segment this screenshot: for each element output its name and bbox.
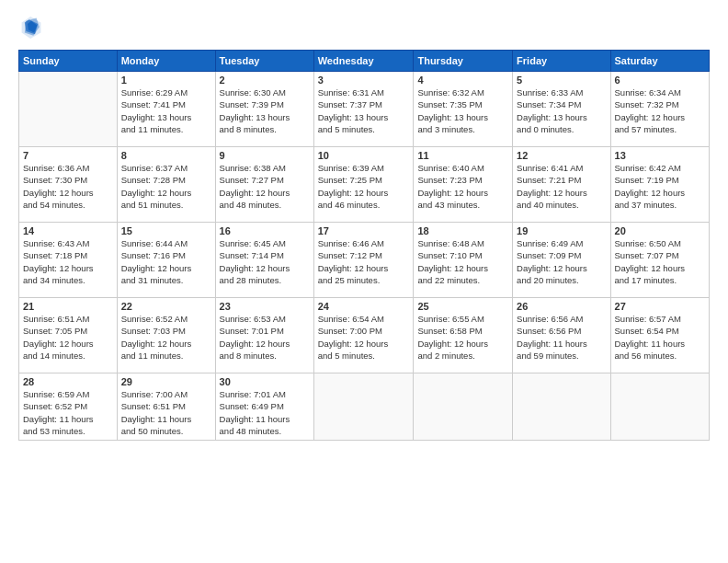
logo-icon: [20, 15, 42, 40]
day-info: Sunrise: 6:48 AM Sunset: 7:10 PM Dayligh…: [417, 237, 508, 286]
calendar-week-4: 21Sunrise: 6:51 AM Sunset: 7:05 PM Dayli…: [19, 298, 710, 373]
calendar-cell: [610, 373, 709, 441]
day-number: 17: [318, 225, 410, 236]
calendar-cell: 4Sunrise: 6:32 AM Sunset: 7:35 PM Daylig…: [414, 72, 513, 147]
calendar-cell: 18Sunrise: 6:48 AM Sunset: 7:10 PM Dayli…: [414, 223, 513, 298]
calendar-week-5: 28Sunrise: 6:59 AM Sunset: 6:52 PM Dayli…: [19, 373, 710, 441]
calendar-cell: 8Sunrise: 6:37 AM Sunset: 7:28 PM Daylig…: [117, 147, 215, 223]
day-number: 23: [220, 301, 310, 312]
day-number: 8: [121, 150, 211, 161]
days-of-week-row: SundayMondayTuesdayWednesdayThursdayFrid…: [19, 51, 710, 72]
day-header-tuesday: Tuesday: [215, 51, 313, 72]
day-number: 18: [417, 225, 508, 236]
day-header-friday: Friday: [513, 51, 610, 72]
calendar-cell: 19Sunrise: 6:49 AM Sunset: 7:09 PM Dayli…: [513, 223, 610, 298]
calendar-cell: 7Sunrise: 6:36 AM Sunset: 7:30 PM Daylig…: [19, 147, 118, 223]
day-info: Sunrise: 6:45 AM Sunset: 7:14 PM Dayligh…: [220, 237, 310, 286]
day-number: 14: [23, 225, 113, 236]
page: SundayMondayTuesdayWednesdayThursdayFrid…: [0, 0, 728, 563]
calendar-cell: 17Sunrise: 6:46 AM Sunset: 7:12 PM Dayli…: [313, 223, 414, 298]
day-info: Sunrise: 6:43 AM Sunset: 7:18 PM Dayligh…: [23, 237, 113, 286]
logo: [18, 15, 48, 40]
day-header-saturday: Saturday: [610, 51, 709, 72]
day-number: 25: [417, 301, 508, 312]
calendar-cell: [313, 373, 414, 441]
day-info: Sunrise: 6:38 AM Sunset: 7:27 PM Dayligh…: [220, 162, 310, 211]
day-info: Sunrise: 6:42 AM Sunset: 7:19 PM Dayligh…: [615, 162, 705, 211]
day-info: Sunrise: 6:36 AM Sunset: 7:30 PM Dayligh…: [23, 162, 113, 211]
day-info: Sunrise: 6:44 AM Sunset: 7:16 PM Dayligh…: [121, 237, 211, 286]
day-info: Sunrise: 6:37 AM Sunset: 7:28 PM Dayligh…: [121, 162, 211, 211]
day-number: 28: [23, 376, 113, 387]
day-info: Sunrise: 6:31 AM Sunset: 7:37 PM Dayligh…: [318, 86, 410, 135]
calendar-cell: 22Sunrise: 6:52 AM Sunset: 7:03 PM Dayli…: [117, 298, 215, 373]
calendar-week-2: 7Sunrise: 6:36 AM Sunset: 7:30 PM Daylig…: [19, 147, 710, 223]
calendar-cell: 9Sunrise: 6:38 AM Sunset: 7:27 PM Daylig…: [215, 147, 313, 223]
day-number: 16: [220, 225, 310, 236]
day-number: 24: [318, 301, 410, 312]
day-info: Sunrise: 6:50 AM Sunset: 7:07 PM Dayligh…: [615, 237, 705, 286]
calendar-cell: [19, 72, 118, 147]
day-number: 7: [23, 150, 113, 161]
calendar-cell: 30Sunrise: 7:01 AM Sunset: 6:49 PM Dayli…: [215, 373, 313, 441]
calendar-cell: 29Sunrise: 7:00 AM Sunset: 6:51 PM Dayli…: [117, 373, 215, 441]
calendar-cell: 13Sunrise: 6:42 AM Sunset: 7:19 PM Dayli…: [610, 147, 709, 223]
calendar-cell: 5Sunrise: 6:33 AM Sunset: 7:34 PM Daylig…: [513, 72, 610, 147]
day-info: Sunrise: 6:51 AM Sunset: 7:05 PM Dayligh…: [23, 313, 113, 362]
day-info: Sunrise: 6:54 AM Sunset: 7:00 PM Dayligh…: [318, 313, 410, 362]
day-info: Sunrise: 6:55 AM Sunset: 6:58 PM Dayligh…: [417, 313, 508, 362]
day-info: Sunrise: 6:34 AM Sunset: 7:32 PM Dayligh…: [615, 86, 705, 135]
day-number: 10: [318, 150, 410, 161]
day-info: Sunrise: 7:00 AM Sunset: 6:51 PM Dayligh…: [121, 388, 211, 437]
calendar-cell: 11Sunrise: 6:40 AM Sunset: 7:23 PM Dayli…: [414, 147, 513, 223]
day-number: 30: [220, 376, 310, 387]
calendar-cell: 28Sunrise: 6:59 AM Sunset: 6:52 PM Dayli…: [19, 373, 118, 441]
calendar-cell: 16Sunrise: 6:45 AM Sunset: 7:14 PM Dayli…: [215, 223, 313, 298]
day-number: 4: [417, 75, 508, 86]
day-number: 21: [23, 301, 113, 312]
calendar-table: SundayMondayTuesdayWednesdayThursdayFrid…: [18, 50, 710, 441]
calendar-cell: 23Sunrise: 6:53 AM Sunset: 7:01 PM Dayli…: [215, 298, 313, 373]
calendar-cell: 2Sunrise: 6:30 AM Sunset: 7:39 PM Daylig…: [215, 72, 313, 147]
calendar-cell: 27Sunrise: 6:57 AM Sunset: 6:54 PM Dayli…: [610, 298, 709, 373]
calendar-week-1: 1Sunrise: 6:29 AM Sunset: 7:41 PM Daylig…: [19, 72, 710, 147]
calendar-cell: 20Sunrise: 6:50 AM Sunset: 7:07 PM Dayli…: [610, 223, 709, 298]
calendar-cell: 10Sunrise: 6:39 AM Sunset: 7:25 PM Dayli…: [313, 147, 414, 223]
day-info: Sunrise: 6:32 AM Sunset: 7:35 PM Dayligh…: [417, 86, 508, 135]
day-number: 20: [615, 225, 705, 236]
day-number: 27: [615, 301, 705, 312]
day-header-thursday: Thursday: [414, 51, 513, 72]
calendar-cell: [513, 373, 610, 441]
calendar-cell: 25Sunrise: 6:55 AM Sunset: 6:58 PM Dayli…: [414, 298, 513, 373]
calendar-header: SundayMondayTuesdayWednesdayThursdayFrid…: [19, 51, 710, 72]
day-number: 22: [121, 301, 211, 312]
day-info: Sunrise: 6:39 AM Sunset: 7:25 PM Dayligh…: [318, 162, 410, 211]
day-number: 6: [615, 75, 705, 86]
calendar-cell: 14Sunrise: 6:43 AM Sunset: 7:18 PM Dayli…: [19, 223, 118, 298]
day-number: 12: [517, 150, 606, 161]
day-number: 29: [121, 376, 211, 387]
day-number: 26: [517, 301, 606, 312]
day-number: 5: [517, 75, 606, 86]
calendar-body: 1Sunrise: 6:29 AM Sunset: 7:41 PM Daylig…: [19, 72, 710, 441]
day-info: Sunrise: 6:52 AM Sunset: 7:03 PM Dayligh…: [121, 313, 211, 362]
calendar-cell: 26Sunrise: 6:56 AM Sunset: 6:56 PM Dayli…: [513, 298, 610, 373]
day-number: 9: [220, 150, 310, 161]
day-info: Sunrise: 6:40 AM Sunset: 7:23 PM Dayligh…: [417, 162, 508, 211]
day-number: 19: [517, 225, 606, 236]
day-info: Sunrise: 6:30 AM Sunset: 7:39 PM Dayligh…: [220, 86, 310, 135]
calendar-cell: 12Sunrise: 6:41 AM Sunset: 7:21 PM Dayli…: [513, 147, 610, 223]
day-number: 13: [615, 150, 705, 161]
calendar-week-3: 14Sunrise: 6:43 AM Sunset: 7:18 PM Dayli…: [19, 223, 710, 298]
day-header-sunday: Sunday: [19, 51, 118, 72]
day-info: Sunrise: 6:41 AM Sunset: 7:21 PM Dayligh…: [517, 162, 606, 211]
day-number: 3: [318, 75, 410, 86]
day-info: Sunrise: 6:56 AM Sunset: 6:56 PM Dayligh…: [517, 313, 606, 362]
day-info: Sunrise: 7:01 AM Sunset: 6:49 PM Dayligh…: [220, 388, 310, 437]
day-info: Sunrise: 6:29 AM Sunset: 7:41 PM Dayligh…: [121, 86, 211, 135]
calendar-cell: 21Sunrise: 6:51 AM Sunset: 7:05 PM Dayli…: [19, 298, 118, 373]
day-info: Sunrise: 6:46 AM Sunset: 7:12 PM Dayligh…: [318, 237, 410, 286]
day-info: Sunrise: 6:59 AM Sunset: 6:52 PM Dayligh…: [23, 388, 113, 437]
day-info: Sunrise: 6:57 AM Sunset: 6:54 PM Dayligh…: [615, 313, 705, 362]
calendar-cell: 6Sunrise: 6:34 AM Sunset: 7:32 PM Daylig…: [610, 72, 709, 147]
